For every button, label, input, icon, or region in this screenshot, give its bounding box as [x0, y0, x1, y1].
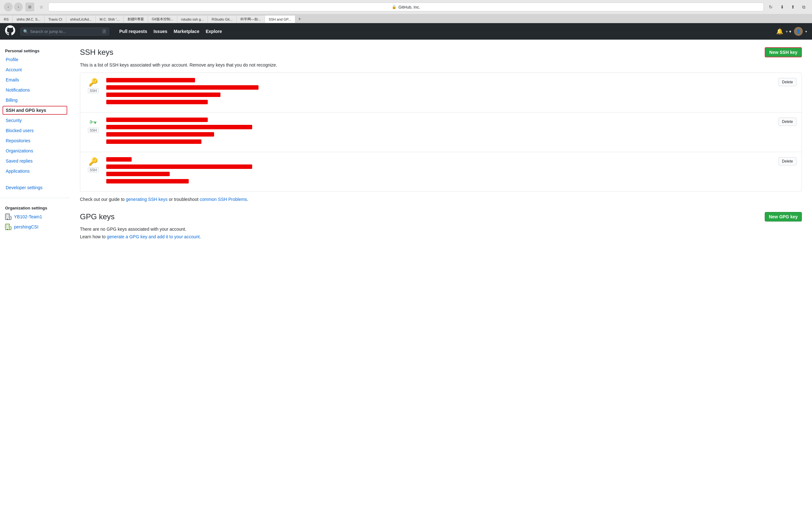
- key-last-used-3: [106, 179, 189, 183]
- org-settings-title: Organization settings: [0, 203, 70, 212]
- sidebar-item-profile[interactable]: Profile: [0, 55, 70, 65]
- tab-science[interactable]: 科学网—如...: [237, 15, 265, 23]
- sidebar-item-emails[interactable]: Emails: [0, 75, 70, 85]
- new-item-button[interactable]: + ▾: [786, 29, 792, 34]
- address-bar[interactable]: 🔒 GitHub, Inc.: [48, 3, 764, 11]
- lock-icon: 🔒: [392, 5, 397, 9]
- tab-rstudio-git[interactable]: RStudio Git...: [208, 15, 236, 23]
- key-actions-3: Delete: [778, 157, 797, 165]
- footer-text-prefix: Check out our guide to: [80, 197, 126, 202]
- sidebar-item-account[interactable]: Account: [0, 65, 70, 75]
- sidebar-developer-settings[interactable]: Developer settings: [0, 182, 70, 193]
- search-icon: 🔍: [23, 29, 28, 34]
- footer-text-middle: or troubleshoot: [167, 197, 200, 202]
- tab-git-version[interactable]: Git版本控制...: [148, 15, 177, 23]
- sidebar-item-saved-replies[interactable]: Saved replies: [0, 156, 70, 166]
- org-label-pershing: pershingCSI: [14, 224, 38, 229]
- key-fingerprint-3: [106, 164, 252, 169]
- generate-gpg-key-link[interactable]: generate a GPG key and add it to your ac…: [107, 234, 200, 239]
- new-ssh-key-button[interactable]: New SSH key: [765, 47, 802, 57]
- gpg-section-header: GPG keys New GPG key: [80, 212, 802, 222]
- nav-buttons: ‹ ›: [4, 3, 23, 11]
- download-button[interactable]: ⬇: [778, 3, 786, 11]
- window-button[interactable]: ⧉: [799, 3, 808, 11]
- tab-rs[interactable]: RS: [0, 15, 13, 23]
- tab-mcshih[interactable]: M.C. Shih '...: [96, 15, 124, 23]
- gpg-learn-text: Learn how to: [80, 234, 107, 239]
- ssh-description: This is a list of SSH keys associated wi…: [80, 62, 802, 67]
- sidebar-item-organizations[interactable]: Organizations: [0, 146, 70, 156]
- common-ssh-problems-link[interactable]: common SSH Problems: [200, 197, 247, 202]
- delete-key-1-button[interactable]: Delete: [778, 78, 797, 86]
- forward-button[interactable]: ›: [14, 3, 23, 11]
- search-bar[interactable]: 🔍 /: [20, 27, 109, 36]
- sidebar-item-notifications[interactable]: Notifications: [0, 85, 70, 95]
- org-label-yb102: YB102-Team1: [14, 214, 42, 219]
- gpg-learn-end: .: [200, 234, 201, 239]
- ssh-footer: Check out our guide to generating SSH ke…: [80, 197, 802, 202]
- delete-key-3-button[interactable]: Delete: [778, 157, 797, 165]
- tab-shihs[interactable]: shihs (M.C. S...: [13, 15, 44, 23]
- sidebar-item-blocked-users[interactable]: Blocked users: [0, 125, 70, 135]
- nav-explore[interactable]: Explore: [203, 27, 224, 36]
- refresh-button[interactable]: ↻: [766, 3, 775, 11]
- org-icon-yb102: [5, 214, 11, 220]
- tab-create-r[interactable]: 創建R專案: [124, 15, 148, 23]
- bookmark-button[interactable]: ☆: [37, 3, 46, 11]
- delete-key-2-button[interactable]: Delete: [778, 118, 797, 126]
- key-badge-3: SSH: [88, 167, 99, 172]
- content-area: SSH keys New SSH key This is a list of S…: [70, 40, 812, 507]
- user-menu-button[interactable]: ▾: [805, 30, 807, 33]
- sidebar-item-applications[interactable]: Applications: [0, 166, 70, 176]
- nav-pull-requests[interactable]: Pull requests: [117, 27, 150, 36]
- sidebar-item-security[interactable]: Security: [0, 115, 70, 125]
- share-button[interactable]: ⬆: [789, 3, 798, 11]
- org-item-yb102[interactable]: YB102-Team1: [0, 212, 70, 222]
- key-fingerprint-2: [106, 125, 252, 129]
- avatar[interactable]: 👤: [794, 27, 803, 36]
- search-input[interactable]: [30, 29, 100, 34]
- ssh-key-row-2: 🗝 SSH Delete: [80, 112, 802, 152]
- key-last-used-1: [106, 100, 208, 104]
- tab-liuad[interactable]: shihs/LiUAd...: [66, 15, 96, 23]
- tab-travis[interactable]: Travis CI: [44, 15, 66, 23]
- key-details-2: [106, 118, 773, 147]
- browser-chrome: ‹ › ⊞ ☆ 🔒 GitHub, Inc. ↻ ⬇ ⬆ ⧉ RS shihs …: [0, 0, 812, 23]
- key-icon-3: 🔑: [89, 157, 98, 166]
- ssh-keys-container: 🔑 SSH Delete 🗝 SSH: [80, 72, 802, 192]
- notifications-button[interactable]: 🔔: [776, 28, 783, 35]
- org-icon-pershing: [5, 224, 11, 230]
- key-name-2: [106, 118, 208, 122]
- key-badge-2: SSH: [88, 128, 99, 133]
- ssh-key-row-1: 🔑 SSH Delete: [80, 73, 802, 112]
- key-last-used-2: [106, 139, 201, 144]
- new-gpg-key-button[interactable]: New GPG key: [765, 212, 802, 222]
- key-badge-1: SSH: [88, 88, 99, 93]
- key-icon-area-3: 🔑 SSH: [85, 157, 101, 172]
- key-details-3: [106, 157, 773, 186]
- address-text: GitHub, Inc.: [398, 5, 420, 9]
- github-logo[interactable]: [5, 25, 15, 38]
- gpg-footer: Learn how to generate a GPG key and add …: [80, 234, 802, 239]
- key-fingerprint-1: [106, 85, 258, 90]
- ssh-key-row-3: 🔑 SSH Delete: [80, 152, 802, 191]
- back-button[interactable]: ‹: [4, 3, 13, 11]
- new-tab-button[interactable]: +: [295, 15, 304, 23]
- no-gpg-keys-text: There are no GPG keys associated with yo…: [80, 227, 802, 232]
- nav-marketplace[interactable]: Marketplace: [171, 27, 202, 36]
- key-icon-area-1: 🔑 SSH: [85, 78, 101, 93]
- sidebar-item-repositories[interactable]: Repositories: [0, 135, 70, 146]
- ssh-title: SSH keys: [80, 48, 113, 57]
- browser-toolbar: ‹ › ⊞ ☆ 🔒 GitHub, Inc. ↻ ⬇ ⬆ ⧉: [0, 0, 812, 14]
- tab-ssh-gpg[interactable]: SSH and GP...: [265, 15, 295, 23]
- tab-rstudio-ssh[interactable]: rstudio ssh g...: [177, 15, 208, 23]
- sidebar-item-billing[interactable]: Billing: [0, 95, 70, 105]
- tab-strip: RS shihs (M.C. S... Travis CI shihs/LiUA…: [0, 14, 812, 23]
- tab-overview-button[interactable]: ⊞: [26, 3, 34, 11]
- generating-ssh-keys-link[interactable]: generating SSH keys: [126, 197, 168, 202]
- gpg-section: GPG keys New GPG key There are no GPG ke…: [80, 212, 802, 239]
- nav-issues[interactable]: Issues: [151, 27, 170, 36]
- sidebar-item-ssh-gpg[interactable]: SSH and GPG keys: [3, 106, 67, 115]
- main-nav: Pull requests Issues Marketplace Explore: [117, 27, 224, 36]
- org-item-pershing[interactable]: pershingCSI: [0, 222, 70, 232]
